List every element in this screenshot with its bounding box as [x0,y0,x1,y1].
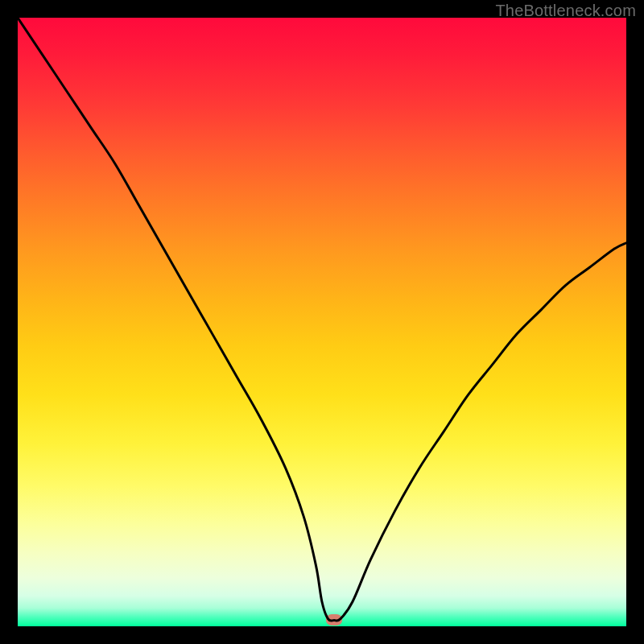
bottleneck-curve [18,18,626,626]
chart-frame: TheBottleneck.com [0,0,644,644]
attribution-label: TheBottleneck.com [495,2,636,20]
plot-area [18,18,626,626]
